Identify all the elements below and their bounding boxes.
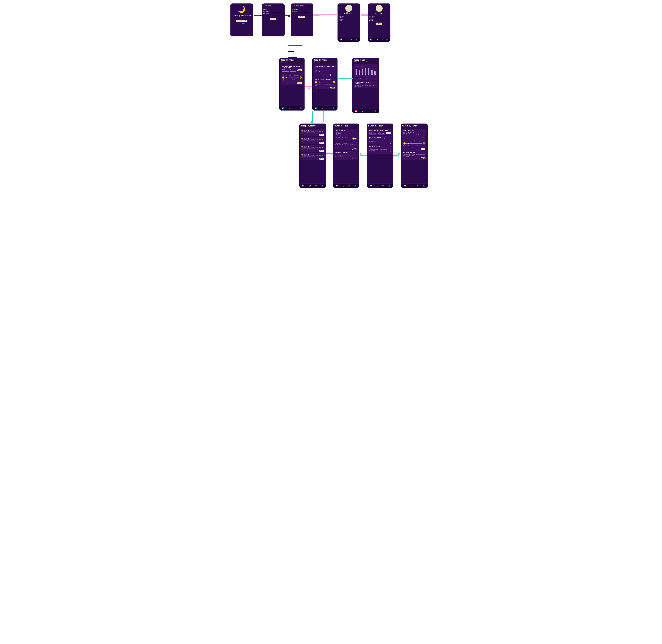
start-filled-label: start:	[315, 67, 335, 69]
arrow-v2	[288, 45, 289, 58]
feeling-filled-title: how are you feeling?	[315, 78, 335, 80]
view-btn-0[interactable]: view	[319, 134, 324, 136]
profile-password-value: *****	[339, 20, 359, 22]
bar-su	[356, 69, 357, 75]
view-btn-2[interactable]: view	[319, 150, 324, 152]
nav-user-sh[interactable]: 👤	[321, 185, 323, 187]
nav-chart-ef[interactable]: 〜	[417, 184, 418, 187]
nav-chart-es[interactable]: 〜	[382, 184, 384, 187]
login-button[interactable]: login	[298, 16, 305, 18]
nav-chart-icon[interactable]: 〜	[350, 38, 352, 41]
nav-cal-mf[interactable]: 📅	[315, 108, 317, 110]
nav-moon-icon[interactable]: 🌙	[345, 39, 347, 41]
sleep-section-card: how long did you sleep last night? start…	[281, 65, 303, 72]
nav-cal-sh[interactable]: 📅	[302, 185, 304, 187]
edit-feeling1-btn[interactable]: edit	[386, 142, 391, 144]
arrow-teal-down1	[312, 111, 313, 123]
nav-moon-ef[interactable]: 🌙	[410, 185, 412, 187]
how-feeling-title: how were you feeling?	[403, 140, 425, 142]
feeling-description: feeling active, vital, alert, or wide aw…	[282, 79, 302, 82]
nav-calendar-icon[interactable]: 📅	[340, 39, 342, 41]
nav-cal-sd[interactable]: 📅	[355, 110, 357, 112]
nav-cal-ef[interactable]: 📅	[404, 185, 406, 187]
feeling-section-title: how are you feeling?	[282, 74, 302, 76]
nav-calendar-icon2[interactable]: 📅	[370, 39, 372, 41]
nav-user-dd[interactable]: 👤	[354, 185, 357, 187]
feeling2-text: foggy: losing interest in remaining awak…	[336, 153, 357, 156]
nav-cal-me[interactable]: 📅	[282, 108, 284, 110]
ef-edit-btn[interactable]: edit	[420, 136, 425, 138]
nav-chart-sd[interactable]: 〜	[368, 110, 370, 112]
start-input[interactable]: select time	[282, 70, 289, 72]
ef-mood-slider: 😊 😴	[403, 142, 425, 145]
nav-user-es[interactable]: 👤	[388, 185, 390, 187]
nav-chart-icon2[interactable]: 〜	[381, 38, 383, 41]
feeling2-edit-btn[interactable]: edit	[352, 157, 357, 159]
signup-username-input[interactable]: ____________	[272, 11, 281, 12]
edit-feeling1-text: feeling active, vital, alert, or wide aw…	[369, 138, 391, 141]
edit-sleep-save-btn[interactable]: save	[386, 132, 390, 134]
nav-chart-mf[interactable]: 〜	[327, 107, 329, 110]
nav-user-ef[interactable]: 👤	[423, 185, 425, 187]
feeling-filled-save-btn[interactable]: save	[330, 87, 335, 89]
nav-chart-dd[interactable]: 〜	[348, 184, 350, 187]
nav-chart-sh[interactable]: 〜	[315, 184, 317, 187]
nav-moon-me[interactable]: 🌙	[288, 108, 290, 110]
bar-f	[371, 70, 372, 75]
edit-feeling2-btn[interactable]: edit	[386, 151, 391, 153]
view-btn-3[interactable]: view	[319, 158, 324, 160]
day-detail-title: March 3, 2024	[335, 125, 358, 127]
login-username-input[interactable]: ____________	[301, 9, 310, 10]
signup-back[interactable]: ← Welcome!	[264, 5, 283, 6]
feeling-save-btn[interactable]: save	[297, 82, 302, 84]
view-btn-1[interactable]: view	[319, 142, 324, 144]
profile-view-password-label: password	[369, 19, 389, 20]
duration-val: 10 hr. 4 min	[369, 76, 376, 78]
nav-chart-me[interactable]: 〜	[294, 107, 296, 110]
login-password-input[interactable]: ____________	[301, 11, 310, 12]
arrow-pink-1	[313, 14, 338, 15]
profile-view-save-button[interactable]: save	[376, 23, 382, 25]
end-input[interactable]: select time	[290, 70, 297, 72]
nav-moon-sd[interactable]: 🌙	[362, 110, 364, 112]
name-input[interactable]: ___________	[272, 9, 280, 10]
edit-start-input[interactable]: select time	[369, 133, 376, 135]
feeling2-title: you were feeling:	[336, 152, 357, 153]
edit-end-input[interactable]: select time	[378, 133, 385, 135]
edit-pencil-icon[interactable]: ✏	[352, 13, 353, 14]
detail-edit-btn[interactable]: edit	[352, 138, 357, 140]
nav-user-icon2[interactable]: 👤	[386, 39, 388, 41]
start-filled-val: 11:53 P.M.	[315, 69, 335, 70]
ef-save-btn[interactable]: save	[420, 148, 425, 150]
nav-moon-mf[interactable]: 🌙	[321, 108, 323, 110]
nav-moon-es[interactable]: 🌙	[376, 185, 378, 187]
feeling-entry-1: you were feeling: feeling active, vital,…	[335, 142, 358, 151]
nav-cal-dd[interactable]: 📅	[336, 185, 338, 187]
nav-user-sd[interactable]: 👤	[374, 110, 376, 112]
signup-save-button[interactable]: save	[270, 18, 276, 20]
slept-at-ef-card: you slept at: start: 11:53 P.M. end: 9:2…	[402, 129, 426, 139]
get-started-button[interactable]: get started	[236, 20, 247, 22]
nav-moon-sh[interactable]: 🌙	[309, 185, 311, 187]
or-login-text[interactable]: or login	[230, 23, 253, 24]
sleep-save-btn[interactable]: save	[297, 69, 302, 71]
nav-user-me[interactable]: 👤	[300, 108, 302, 110]
nav-user-icon[interactable]: 👤	[356, 39, 358, 41]
sleep-edit-btn[interactable]: EDIT	[330, 74, 335, 76]
avg-feeling-card: on average, you were feeling: feeling ac…	[353, 80, 378, 88]
feeling1-edit-btn[interactable]: edit	[352, 148, 357, 150]
feeling1-title: you were feeling:	[336, 142, 357, 144]
edit-feeling2-text: foggy: losing interest in remaining awak…	[369, 147, 391, 150]
signup-password-input[interactable]: ____________	[272, 13, 281, 14]
profile-view-password-value: *****	[369, 20, 389, 22]
edit-feeling-entry-2: you were feeling: foggy: losing interest…	[368, 145, 392, 154]
login-back[interactable]: ← Welcome Back!	[292, 5, 312, 6]
double-arrow-detail-edit	[360, 153, 367, 155]
nav-moon-dd[interactable]: 🌙	[342, 185, 344, 187]
nav-cal-es[interactable]: 📅	[370, 185, 372, 187]
arrow-h2	[288, 57, 297, 58]
nav-moon-icon2[interactable]: 🌙	[375, 39, 378, 41]
nav-user-mf[interactable]: 👤	[333, 108, 335, 110]
signup-username-label: Username:	[264, 11, 272, 12]
ef-feeling2-edit-btn[interactable]: edit	[421, 157, 425, 159]
